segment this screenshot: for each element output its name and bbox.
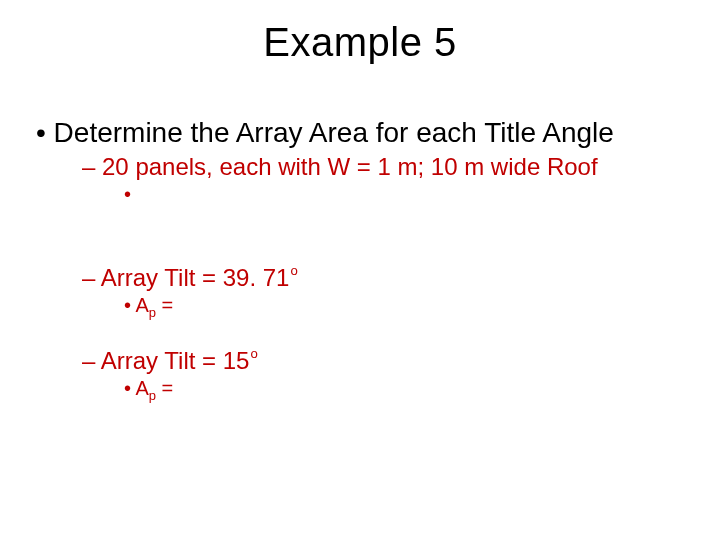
ap-eq-2: = [156,377,173,399]
l2b-text: Array Tilt = 39. 71 [101,264,290,291]
bullet-level2-tilt-15: Array Tilt = 15o [28,347,692,375]
ap-A-2: A [135,377,148,399]
spacer [28,319,692,345]
spacer [28,208,692,262]
ap-A-1: A [135,294,148,316]
bullet-level3-ap-2: Ap = [28,377,692,400]
bullet-level3-empty [28,183,692,206]
slide-title: Example 5 [28,20,692,65]
title-text: Example 5 [263,20,456,64]
bullet-level3-ap-1: Ap = [28,294,692,317]
bullet-level2-tilt-3971: Array Tilt = 39. 71o [28,264,692,292]
l2c-text: Array Tilt = 15 [101,347,250,374]
bullet-level2-panels: 20 panels, each with W = 1 m; 10 m wide … [28,153,692,181]
l2a-text: 20 panels, each with W = 1 m; 10 m wide … [102,153,598,180]
ap-sub-1: p [149,305,156,320]
ap-sub-2: p [149,388,156,403]
slide: Example 5 Determine the Array Area for e… [0,0,720,540]
ap-eq-1: = [156,294,173,316]
l1-text: Determine the Array Area for each Title … [54,117,614,148]
degree-symbol: o [290,263,297,278]
bullet-level1: Determine the Array Area for each Title … [28,117,692,149]
degree-symbol: o [250,346,257,361]
